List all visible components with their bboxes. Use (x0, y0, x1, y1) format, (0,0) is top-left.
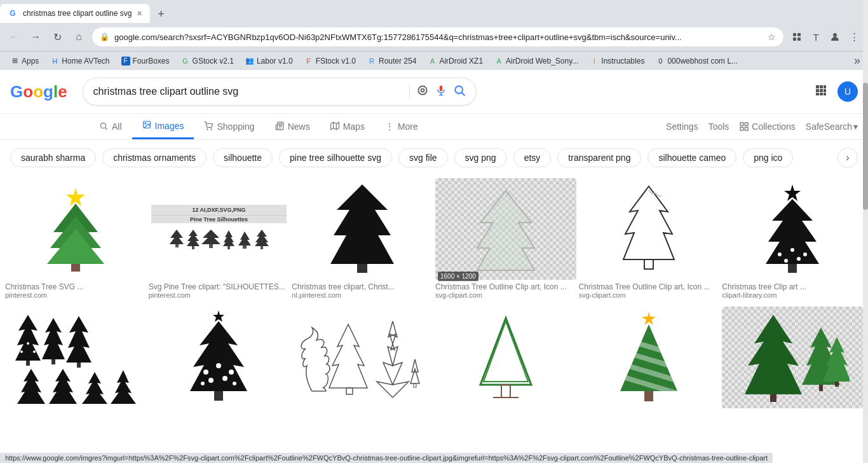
status-bar: https://www.google.com/imgres?imgurl=htt… (0, 453, 773, 463)
suggestion-etsy[interactable]: etsy (513, 148, 552, 167)
translate-icon[interactable]: T (807, 28, 825, 46)
image-item-8[interactable] (149, 307, 290, 411)
image-item-12[interactable] (722, 307, 863, 411)
extensions-icon[interactable] (788, 28, 806, 46)
suggestion-svg-png[interactable]: svg png (454, 148, 507, 167)
image-item-10[interactable] (435, 307, 576, 411)
fourboxes-favicon: F (121, 57, 130, 66)
suggestion-silhouette[interactable]: silhouette (213, 148, 273, 167)
svg-rect-18 (816, 93, 819, 95)
tab-title: christmas tree clipart outline svg (23, 9, 132, 18)
suggestions-bar: saurabh sharma christmas ornaments silho… (0, 140, 868, 176)
image-thumb-2: 12 AI,DXF,SVG,PNG Pine Tree Silhouettes (149, 178, 290, 280)
svg-point-66 (778, 252, 782, 256)
bookmark-apps[interactable]: ⊞ Apps (5, 55, 44, 67)
more-bookmarks-button[interactable]: » (851, 54, 863, 67)
bookmark-router-label: Router 254 (379, 57, 416, 66)
svg-point-79 (20, 350, 23, 353)
image-source-3: nl.pinterest.com (292, 291, 433, 299)
image-thumb-7 (5, 307, 146, 408)
scrollbar-thumb[interactable] (863, 83, 868, 210)
suggestion-transparent-png[interactable]: transparent png (557, 148, 641, 167)
suggestion-svg-file[interactable]: svg file (398, 148, 448, 167)
image-item-1[interactable]: Christmas Tree SVG ... pinterest.com (5, 178, 146, 299)
bookmark-router[interactable]: R Router 254 (362, 55, 421, 67)
apps-grid-icon[interactable] (815, 84, 827, 100)
refresh-button[interactable]: ↻ (48, 28, 66, 46)
svg-point-4 (833, 33, 837, 37)
address-bar[interactable]: 🔒 google.com/search?sxsrf=ACYBGNRbzp1qv6… (92, 27, 784, 47)
svg-point-90 (208, 378, 214, 383)
svg-marker-85 (190, 321, 247, 391)
svg-marker-54 (238, 236, 251, 245)
search-input[interactable]: christmas tree clipart outline svg (93, 86, 403, 97)
suggestion-saurabh-sharma[interactable]: saurabh sharma (10, 148, 96, 167)
image-badge-4: 1600 × 1200 (438, 272, 478, 281)
bookmark-airdroid-xz1[interactable]: A AirDroid XZ1 (423, 55, 488, 67)
tab-shopping[interactable]: Shopping (194, 115, 264, 139)
suggestions-next-arrow[interactable]: › (837, 148, 858, 168)
tab-all[interactable]: All (89, 115, 132, 139)
search-button-icon[interactable] (453, 84, 466, 100)
image-item-3[interactable]: Christmas tree clipart, Christ... nl.pin… (292, 178, 433, 299)
tab-images[interactable]: Images (132, 114, 194, 139)
close-tab-button[interactable]: × (137, 8, 142, 18)
nav-right: Settings Tools Collections SafeSearch ▾ (666, 121, 868, 132)
svg-point-67 (790, 248, 794, 252)
safe-search[interactable]: SafeSearch ▾ (806, 121, 858, 132)
user-avatar[interactable]: U (837, 81, 858, 102)
bookmark-star-icon[interactable]: ☆ (768, 32, 776, 42)
voice-search-icon[interactable] (435, 84, 447, 100)
image-item-11[interactable] (579, 307, 720, 411)
bookmark-fstock-label: FStock v1.0 (316, 57, 356, 66)
back-button[interactable]: ← (5, 28, 23, 46)
image-item-5[interactable]: Christmas Tree Outline Clip art, Icon ..… (579, 178, 720, 299)
forward-button[interactable]: → (27, 28, 44, 46)
bookmark-home-avtech[interactable]: H Home AVTech (45, 55, 114, 67)
suggestion-png-ico[interactable]: png ico (743, 148, 793, 167)
tab-maps-label: Maps (343, 121, 365, 132)
settings-link[interactable]: Settings (666, 121, 698, 132)
svg-line-22 (105, 127, 107, 129)
image-item-6[interactable]: Christmas tree Clip art ... clipart-libr… (722, 178, 863, 299)
suggestion-silhouette-cameo[interactable]: silhouette cameo (648, 148, 736, 167)
search-icons (416, 84, 466, 100)
image-thumb-4 (435, 178, 576, 280)
image-item-7[interactable] (5, 307, 146, 411)
bookmark-airdroid-xz1-label: AirDroid XZ1 (439, 57, 483, 66)
tab-news[interactable]: News (265, 115, 320, 139)
svg-rect-107 (644, 391, 653, 401)
bookmark-gstock[interactable]: G GStock v2.1 (176, 55, 239, 67)
search-bar[interactable]: christmas tree clipart outline svg (83, 78, 477, 106)
image-item-2[interactable]: 12 AI,DXF,SVG,PNG Pine Tree Silhouettes … (149, 178, 290, 299)
active-tab[interactable]: G christmas tree clipart outline svg × (0, 4, 150, 23)
camera-search-icon[interactable] (416, 84, 429, 100)
tab-more[interactable]: ⋮ More (375, 115, 428, 138)
bookmark-airdroid-sony[interactable]: A AirDroid Web_Sony... (489, 55, 583, 67)
menu-icon[interactable]: ⋮ (845, 28, 863, 46)
svg-rect-0 (793, 33, 796, 36)
bookmark-instructables[interactable]: I Instructables (585, 55, 649, 67)
collections-button[interactable]: Collections (739, 121, 795, 132)
suggestion-christmas-ornaments[interactable]: christmas ornaments (102, 148, 207, 167)
tab-maps[interactable]: Maps (320, 115, 375, 139)
new-tab-button[interactable]: + (153, 5, 170, 23)
bookmark-fourboxes[interactable]: F FourBoxes (116, 55, 175, 67)
image-item-4[interactable]: 1600 × 1200 Christmas Tree Outline Clip … (435, 178, 576, 299)
bookmark-labor[interactable]: 👥 Labor v1.0 (240, 55, 298, 67)
user-profile-icon[interactable] (826, 28, 844, 46)
image-item-9[interactable] (292, 307, 433, 411)
logo-text: Google (10, 82, 67, 102)
home-button[interactable]: ⌂ (70, 28, 88, 46)
scrollbar[interactable] (863, 0, 868, 463)
svg-marker-63 (784, 184, 801, 201)
bookmark-000webhost[interactable]: 0 000webhost com L... (651, 55, 743, 67)
image-thumb-9 (292, 307, 433, 408)
svg-rect-7 (439, 85, 442, 91)
bookmark-fstock[interactable]: F FStock v1.0 (299, 55, 361, 67)
suggestion-pine-tree[interactable]: pine tree silhouette svg (279, 148, 392, 167)
tools-link[interactable]: Tools (709, 121, 729, 132)
collections-label: Collections (752, 121, 795, 132)
bookmark-000webhost-label: 000webhost com L... (667, 57, 738, 66)
svg-rect-3 (797, 38, 801, 41)
